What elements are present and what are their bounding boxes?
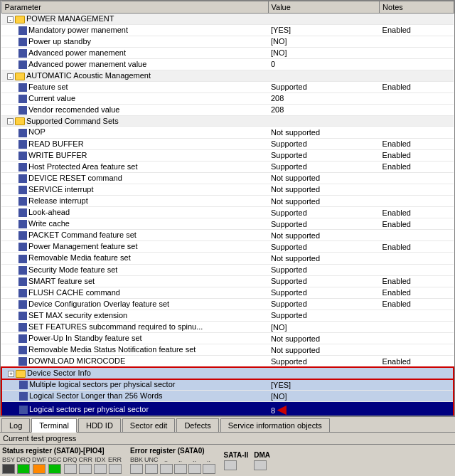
table-row[interactable]: Removable Media feature setNot supported — [1, 253, 454, 264]
table-row[interactable]: SET MAX security extensionSupported — [1, 310, 454, 321]
value-cell — [268, 115, 380, 127]
notes-cell — [380, 104, 454, 115]
notes-cell — [380, 58, 454, 70]
error-bit-2: .. — [160, 456, 173, 474]
status-bit-drq: DRQ — [16, 456, 31, 474]
table-row[interactable]: Mandatory power manement[YES]Enabled — [1, 24, 454, 36]
param-cell: FLUSH CACHE command — [1, 287, 268, 298]
param-cell: NOP — [1, 127, 268, 138]
table-row[interactable]: Release interruptNot supported — [1, 196, 454, 207]
table-row[interactable]: -Supported Command Sets — [1, 115, 454, 127]
table-row[interactable]: Advanced power manement[NO] — [1, 47, 454, 58]
param-cell: Power-Up In Standby feature set — [1, 333, 268, 344]
status-bar: Current test progress — [0, 432, 455, 444]
table-row[interactable]: READ BUFFERSupportedEnabled — [1, 138, 454, 149]
table-row[interactable]: Device Configuration Overlay feature set… — [1, 298, 454, 310]
col-header-value: Value — [268, 1, 380, 14]
value-cell: [NO] — [268, 391, 380, 402]
notes-cell — [380, 310, 454, 321]
table-row[interactable]: +Device Sector Info — [1, 367, 454, 379]
value-cell: 0 — [268, 58, 380, 70]
registers-bar: Status register (SATA0)-[PIO4] BSYDRQDWF… — [0, 444, 455, 476]
table-row[interactable]: Vendor recomended value208 — [1, 104, 454, 115]
param-cell: DEVICE RESET command — [1, 172, 268, 184]
table-row[interactable]: Multiple logical sectors per physical se… — [1, 379, 454, 391]
table-row[interactable]: Advanced power manement value0 — [1, 58, 454, 70]
param-cell: Mandatory power manement — [1, 24, 268, 36]
table-row[interactable]: Power-Up In Standby feature setNot suppo… — [1, 333, 454, 344]
tab-hdd_id[interactable]: HDD ID — [78, 418, 121, 432]
dma-label: DMA — [254, 451, 270, 459]
table-row[interactable]: Look-aheadSupportedEnabled — [1, 207, 454, 218]
table-row[interactable]: Logical sectors per physical sector8 ◀ — [1, 402, 454, 416]
value-cell: Not supported — [268, 127, 380, 138]
tab-service_info[interactable]: Service information objects — [220, 418, 330, 432]
value-cell: Not supported — [268, 344, 380, 356]
value-cell — [268, 14, 380, 25]
table-row[interactable]: Removable Media Status Notification feat… — [1, 344, 454, 356]
notes-cell: Enabled — [380, 241, 454, 253]
table-row[interactable]: WRITE BUFFERSupportedEnabled — [1, 149, 454, 161]
table-row[interactable]: DOWNLOAD MICROCODESupportedEnabled — [1, 356, 454, 368]
table-row[interactable]: Write cacheSupportedEnabled — [1, 218, 454, 230]
param-cell: Logical Sector Longer than 256 Words — [1, 391, 268, 402]
param-cell: PACKET Command feature set — [1, 230, 268, 241]
param-cell: Host Protected Area feature set — [1, 161, 268, 172]
table-row[interactable]: Feature setSupportedEnabled — [1, 81, 454, 92]
value-cell: Supported — [268, 275, 380, 287]
value-cell: Not supported — [268, 184, 380, 195]
notes-cell — [380, 379, 454, 391]
table-row[interactable]: NOPNot supported — [1, 127, 454, 138]
notes-cell: Enabled — [380, 24, 454, 36]
param-cell: Multiple logical sectors per physical se… — [1, 379, 268, 391]
notes-cell — [380, 367, 454, 379]
notes-cell: Enabled — [380, 207, 454, 218]
table-row[interactable]: SMART feature setSupportedEnabled — [1, 275, 454, 287]
table-row[interactable]: DEVICE RESET commandNot supported — [1, 172, 454, 184]
tab-defects[interactable]: Defects — [176, 418, 218, 432]
table-row[interactable]: Host Protected Area feature setSupported… — [1, 161, 454, 172]
value-cell: [NO] — [268, 36, 380, 47]
sata-label: SATA-II — [224, 451, 249, 459]
tab-terminal[interactable]: Terminal — [31, 418, 77, 433]
notes-cell — [380, 127, 454, 138]
status-bit-drq: DRQ — [63, 456, 77, 474]
notes-cell — [380, 172, 454, 184]
value-cell: Supported — [268, 264, 380, 275]
value-cell: Supported — [268, 218, 380, 230]
table-row[interactable]: SERVICE interruptNot supported — [1, 184, 454, 195]
notes-cell: Enabled — [380, 287, 454, 298]
param-cell: +Device Sector Info — [1, 367, 268, 379]
notes-cell: Enabled — [380, 161, 454, 172]
status-register-group: Status register (SATA0)-[PIO4] BSYDRQDWF… — [2, 447, 122, 474]
table-row[interactable]: -POWER MANAGEMENT — [1, 14, 454, 25]
table-row[interactable]: PACKET Command feature setNot supported — [1, 230, 454, 241]
main-container: Parameter Value Notes -POWER MANAGEMENTM… — [0, 0, 455, 476]
table-row[interactable]: Logical Sector Longer than 256 Words[NO] — [1, 391, 454, 402]
value-cell: Supported — [268, 149, 380, 161]
param-cell: Device Configuration Overlay feature set — [1, 298, 268, 310]
error-bit-4: .. — [188, 456, 201, 474]
notes-cell — [380, 253, 454, 264]
table-row[interactable]: -AUTOMATIC Acoustic Management — [1, 70, 454, 81]
tree-table[interactable]: Parameter Value Notes -POWER MANAGEMENTM… — [0, 0, 455, 416]
tab-sector_edit[interactable]: Sector edit — [122, 418, 176, 432]
table-row[interactable]: Security Mode feature setSupported — [1, 264, 454, 275]
param-cell: -AUTOMATIC Acoustic Management — [1, 70, 268, 81]
error-register-group: Error register (SATA0) BBKUNC........ — [130, 447, 215, 474]
param-cell: Current value — [1, 92, 268, 104]
value-cell: Supported — [268, 298, 380, 310]
table-row[interactable]: Power up standby[NO] — [1, 36, 454, 47]
table-row[interactable]: Power Management feature setSupportedEna… — [1, 241, 454, 253]
status-bit-idx: IDX — [94, 456, 107, 474]
param-cell: READ BUFFER — [1, 138, 268, 149]
notes-cell: Enabled — [380, 138, 454, 149]
status-bit-bsy: BSY — [2, 456, 15, 474]
table-row[interactable]: Current value208 — [1, 92, 454, 104]
table-row[interactable]: SET FEATURES subcommand required to spin… — [1, 322, 454, 333]
table-row[interactable]: FLUSH CACHE commandSupportedEnabled — [1, 287, 454, 298]
value-cell: Not supported — [268, 253, 380, 264]
error-reg-bits: BBKUNC........ — [130, 456, 215, 474]
tab-log[interactable]: Log — [1, 418, 30, 432]
notes-cell: Enabled — [380, 149, 454, 161]
